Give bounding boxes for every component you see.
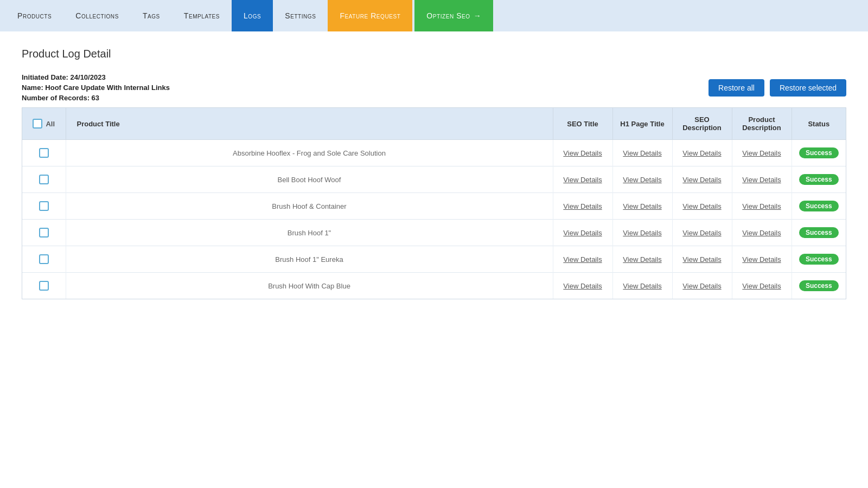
table-header-row: All Product Title SEO Title H1 Page Titl… bbox=[22, 108, 846, 140]
status-badge-1: Success bbox=[799, 174, 839, 185]
row-checkbox-cell bbox=[22, 166, 66, 193]
table-row: Brush Hoof 1" View Details View Details … bbox=[22, 220, 846, 246]
row-checkbox-2[interactable] bbox=[39, 201, 49, 211]
seo-title-link-3[interactable]: View Details bbox=[563, 229, 602, 237]
table-row: Brush Hoof With Cap Blue View Details Vi… bbox=[22, 273, 846, 299]
restore-all-button[interactable]: Restore all bbox=[709, 79, 764, 97]
nav-item-templates[interactable]: Templates bbox=[172, 0, 232, 31]
row-h1-page-title-3: View Details bbox=[612, 220, 672, 246]
product-description-link-1[interactable]: View Details bbox=[742, 176, 781, 184]
row-checkbox-3[interactable] bbox=[39, 228, 49, 237]
product-description-link-5[interactable]: View Details bbox=[742, 282, 781, 290]
row-seo-description-3: View Details bbox=[672, 220, 732, 246]
h1-page-title-link-4[interactable]: View Details bbox=[623, 255, 661, 264]
row-seo-title-1: View Details bbox=[553, 166, 612, 193]
seo-title-link-5[interactable]: View Details bbox=[563, 282, 602, 290]
col-header-product-description: Product Description bbox=[732, 108, 792, 140]
seo-description-link-5[interactable]: View Details bbox=[682, 282, 721, 290]
nav-item-tags[interactable]: Tags bbox=[131, 0, 172, 31]
h1-page-title-link-5[interactable]: View Details bbox=[623, 282, 661, 290]
status-badge-4: Success bbox=[799, 254, 839, 265]
row-checkbox-cell bbox=[22, 193, 66, 220]
product-description-link-2[interactable]: View Details bbox=[742, 202, 781, 210]
table-row: Brush Hoof 1" Eureka View Details View D… bbox=[22, 246, 846, 273]
row-seo-title-5: View Details bbox=[553, 273, 612, 299]
seo-description-link-2[interactable]: View Details bbox=[682, 202, 721, 210]
row-checkbox-1[interactable] bbox=[39, 175, 49, 184]
h1-page-title-link-1[interactable]: View Details bbox=[623, 176, 661, 184]
row-checkbox-cell bbox=[22, 140, 66, 166]
row-seo-title-3: View Details bbox=[553, 220, 612, 246]
nav-item-optizen-seo[interactable]: Optizen Seo → bbox=[414, 0, 493, 31]
seo-description-link-3[interactable]: View Details bbox=[682, 229, 721, 237]
row-status-4: Success bbox=[792, 246, 846, 273]
nav-item-collections[interactable]: Collections bbox=[63, 0, 131, 31]
seo-description-link-0[interactable]: View Details bbox=[682, 149, 721, 157]
table-row: Bell Boot Hoof Woof View Details View De… bbox=[22, 166, 846, 193]
h1-page-title-link-3[interactable]: View Details bbox=[623, 229, 661, 237]
col-all-label: All bbox=[46, 120, 55, 128]
row-checkbox-cell bbox=[22, 246, 66, 273]
row-product-title-3: Brush Hoof 1" bbox=[66, 220, 553, 246]
row-status-2: Success bbox=[792, 193, 846, 220]
status-badge-0: Success bbox=[799, 147, 839, 158]
row-checkbox-4[interactable] bbox=[39, 254, 49, 264]
arrow-icon: → bbox=[474, 11, 482, 20]
page-content: Product Log Detail Initiated Date: 24/10… bbox=[0, 31, 868, 488]
product-description-link-3[interactable]: View Details bbox=[742, 229, 781, 237]
col-header-h1-page-title: H1 Page Title bbox=[612, 108, 672, 140]
row-seo-description-5: View Details bbox=[672, 273, 732, 299]
col-header-status: Status bbox=[792, 108, 846, 140]
nav-item-logs[interactable]: Logs bbox=[232, 0, 273, 31]
row-checkbox-cell bbox=[22, 220, 66, 246]
h1-page-title-link-2[interactable]: View Details bbox=[623, 202, 661, 210]
nav-item-settings[interactable]: Settings bbox=[273, 0, 328, 31]
nav-item-products[interactable]: Products bbox=[5, 0, 63, 31]
col-header-seo-title: SEO Title bbox=[553, 108, 612, 140]
seo-description-link-4[interactable]: View Details bbox=[682, 255, 721, 264]
row-product-title-0: Absorbine Hooflex - Frog and Sole Care S… bbox=[66, 140, 553, 166]
col-header-seo-description: SEO Description bbox=[672, 108, 732, 140]
seo-title-link-0[interactable]: View Details bbox=[563, 149, 602, 157]
row-product-description-1: View Details bbox=[732, 166, 792, 193]
product-description-link-4[interactable]: View Details bbox=[742, 255, 781, 264]
row-h1-page-title-1: View Details bbox=[612, 166, 672, 193]
row-product-description-5: View Details bbox=[732, 273, 792, 299]
row-product-description-0: View Details bbox=[732, 140, 792, 166]
row-product-description-2: View Details bbox=[732, 193, 792, 220]
row-checkbox-cell bbox=[22, 273, 66, 299]
seo-title-link-1[interactable]: View Details bbox=[563, 176, 602, 184]
row-h1-page-title-2: View Details bbox=[612, 193, 672, 220]
row-status-5: Success bbox=[792, 273, 846, 299]
select-all-checkbox[interactable] bbox=[33, 119, 42, 129]
nav-item-feature-request[interactable]: Feature Request bbox=[328, 0, 412, 31]
table-row: Brush Hoof & Container View Details View… bbox=[22, 193, 846, 220]
seo-title-link-4[interactable]: View Details bbox=[563, 255, 602, 264]
row-product-title-4: Brush Hoof 1" Eureka bbox=[66, 246, 553, 273]
page-title: Product Log Detail bbox=[22, 48, 846, 60]
row-product-description-4: View Details bbox=[732, 246, 792, 273]
row-status-0: Success bbox=[792, 140, 846, 166]
product-log-table: All Product Title SEO Title H1 Page Titl… bbox=[22, 107, 846, 299]
nav-bar: Products Collections Tags Templates Logs… bbox=[0, 0, 868, 31]
row-checkbox-5[interactable] bbox=[39, 281, 49, 291]
h1-page-title-link-0[interactable]: View Details bbox=[623, 149, 661, 157]
col-header-check: All bbox=[22, 108, 66, 140]
row-checkbox-0[interactable] bbox=[39, 148, 49, 158]
row-seo-description-0: View Details bbox=[672, 140, 732, 166]
seo-title-link-2[interactable]: View Details bbox=[563, 202, 602, 210]
row-product-title-1: Bell Boot Hoof Woof bbox=[66, 166, 553, 193]
row-seo-title-4: View Details bbox=[553, 246, 612, 273]
row-h1-page-title-0: View Details bbox=[612, 140, 672, 166]
col-header-product-title: Product Title bbox=[66, 108, 553, 140]
product-description-link-0[interactable]: View Details bbox=[742, 149, 781, 157]
status-badge-2: Success bbox=[799, 201, 839, 211]
row-status-1: Success bbox=[792, 166, 846, 193]
seo-description-link-1[interactable]: View Details bbox=[682, 176, 721, 184]
row-seo-description-4: View Details bbox=[672, 246, 732, 273]
row-seo-title-2: View Details bbox=[553, 193, 612, 220]
table-row: Absorbine Hooflex - Frog and Sole Care S… bbox=[22, 140, 846, 166]
row-seo-title-0: View Details bbox=[553, 140, 612, 166]
restore-selected-button[interactable]: Restore selected bbox=[770, 79, 846, 97]
row-seo-description-2: View Details bbox=[672, 193, 732, 220]
